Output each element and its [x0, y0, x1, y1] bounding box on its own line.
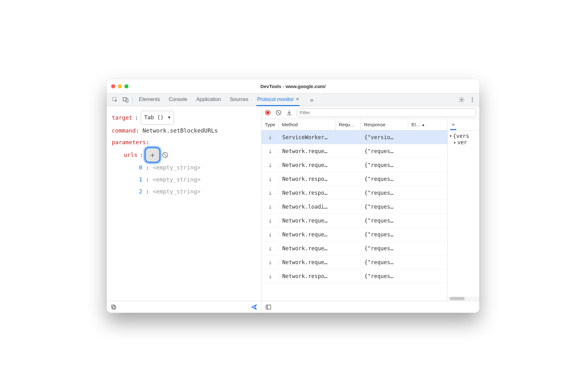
- add-url-button[interactable]: ＋: [146, 148, 159, 162]
- url-item: 2 : <empty_string>: [112, 186, 256, 198]
- tab-console[interactable]: Console: [168, 93, 188, 106]
- cell-response: {"reques…: [361, 190, 408, 196]
- tab-elements[interactable]: Elements: [138, 93, 161, 106]
- cell-method: Network.respo…: [279, 176, 336, 182]
- filter-input[interactable]: [297, 108, 476, 117]
- svg-rect-9: [267, 111, 269, 114]
- cell-method: Network.respo…: [279, 273, 336, 279]
- window-controls: [111, 84, 129, 88]
- cell-method: Network.reque…: [279, 245, 336, 252]
- messages-table: Type Method Requ… Response El…▲ ↓Service…: [261, 119, 448, 301]
- cell-method: Network.respo…: [279, 190, 336, 196]
- main-tabbar: Elements Console Application Sources Pro…: [107, 93, 479, 106]
- direction-icon: ↓: [261, 203, 279, 211]
- record-icon[interactable]: [265, 110, 271, 116]
- col-response[interactable]: Response: [361, 119, 408, 130]
- tab-application[interactable]: Application: [195, 93, 221, 106]
- table-row[interactable]: ↓Network.respo…{"reques…: [261, 186, 447, 200]
- direction-icon: ↓: [261, 175, 279, 183]
- table-row[interactable]: ↓Network.reque…{"reques…: [261, 228, 447, 241]
- table-row[interactable]: ↓Network.loadi…{"reques…: [261, 200, 447, 214]
- table-row[interactable]: ↓Network.reque…{"reques…: [261, 255, 447, 269]
- table-row[interactable]: ↓ServiceWorker…{"versio…: [261, 130, 447, 144]
- copy-icon[interactable]: [111, 304, 117, 310]
- direction-icon: ↓: [261, 189, 279, 197]
- cell-method: Network.reque…: [279, 162, 336, 168]
- protocol-messages-pane: Type Method Requ… Response El…▲ ↓Service…: [261, 106, 479, 301]
- col-request[interactable]: Requ…: [336, 119, 361, 130]
- direction-icon: ↓: [261, 161, 279, 169]
- table-row[interactable]: ↓Network.respo…{"reques…: [261, 172, 447, 186]
- download-icon[interactable]: [286, 110, 292, 116]
- scrollbar-thumb[interactable]: [450, 297, 465, 300]
- sort-asc-icon: ▲: [422, 123, 425, 127]
- svg-point-5: [472, 99, 473, 100]
- direction-icon: ↓: [261, 217, 279, 224]
- svg-point-3: [461, 99, 463, 101]
- horizontal-scrollbar[interactable]: [448, 296, 479, 301]
- detail-overflow-icon[interactable]: »: [450, 119, 456, 130]
- cell-response: {"reques…: [361, 259, 408, 265]
- cell-response: {"reques…: [361, 148, 408, 154]
- target-label: target: [112, 112, 132, 124]
- clear-log-icon[interactable]: [275, 110, 282, 116]
- cell-response: {"reques…: [361, 176, 408, 182]
- target-value: Tab (): [144, 112, 164, 123]
- table-row[interactable]: ↓Network.respo…{"reques…: [261, 269, 447, 283]
- devtools-window: DevTools - www.google.com/ Elements Cons…: [107, 79, 479, 313]
- triangle-down-icon: ▼: [450, 134, 452, 138]
- direction-icon: ↓: [261, 258, 279, 266]
- cell-response: {"reques…: [361, 273, 408, 279]
- target-select[interactable]: Tab () ▼: [141, 111, 174, 125]
- table-row[interactable]: ↓Network.reque…{"reques…: [261, 214, 447, 228]
- tab-sources[interactable]: Sources: [229, 93, 249, 106]
- footer: [107, 301, 479, 313]
- cell-method: Network.reque…: [279, 217, 336, 224]
- tree-row[interactable]: ▼ {vers: [450, 133, 477, 139]
- cell-response: {"reques…: [361, 204, 408, 210]
- cell-response: {"reques…: [361, 245, 408, 252]
- cell-method: ServiceWorker…: [279, 134, 336, 140]
- urls-label: urls: [124, 149, 137, 161]
- window-title: DevTools - www.google.com/: [107, 84, 479, 89]
- cell-response: {"reques…: [361, 162, 408, 168]
- svg-point-6: [472, 101, 473, 102]
- svg-rect-2: [126, 99, 128, 102]
- table-row[interactable]: ↓Network.reque…{"reques…: [261, 241, 447, 255]
- col-method[interactable]: Method: [279, 119, 336, 130]
- close-icon[interactable]: ×: [296, 96, 299, 103]
- cell-method: Network.reque…: [279, 231, 336, 238]
- col-elapsed[interactable]: El…▲: [408, 119, 447, 130]
- direction-icon: ↓: [261, 272, 279, 280]
- table-row[interactable]: ↓Network.reque…{"reques…: [261, 158, 447, 172]
- tab-protocol-monitor[interactable]: Protocol monitor ×: [256, 93, 300, 106]
- maximize-window-button[interactable]: [124, 84, 129, 88]
- url-item: 0 : <empty_string>: [112, 162, 256, 174]
- chevron-down-icon: ▼: [168, 114, 170, 122]
- close-window-button[interactable]: [111, 84, 115, 88]
- col-type[interactable]: Type: [261, 119, 279, 130]
- inspect-icon[interactable]: [112, 97, 118, 103]
- kebab-icon[interactable]: [469, 97, 475, 103]
- minimize-window-button[interactable]: [118, 84, 122, 88]
- tabs-overflow-icon[interactable]: »: [307, 96, 316, 104]
- table-row[interactable]: ↓Network.reque…{"reques…: [261, 144, 447, 158]
- cell-method: Network.reque…: [279, 148, 336, 154]
- svg-rect-11: [113, 306, 116, 309]
- panel-tabs: Elements Console Application Sources Pro…: [133, 93, 322, 106]
- tree-row[interactable]: ▶ ver: [450, 139, 477, 146]
- send-icon[interactable]: [251, 304, 257, 310]
- cell-method: Network.loadi…: [279, 204, 336, 210]
- command-editor-pane: target: Tab () ▼ command: Network.setBlo…: [107, 106, 261, 301]
- titlebar: DevTools - www.google.com/: [107, 79, 479, 93]
- direction-icon: ↓: [261, 244, 279, 252]
- cell-response: {"reques…: [361, 217, 408, 224]
- cell-method: Network.reque…: [279, 259, 336, 265]
- gear-icon[interactable]: [458, 97, 465, 103]
- cell-response: {"versio…: [361, 134, 408, 140]
- device-toggle-icon[interactable]: [123, 97, 129, 103]
- svg-rect-12: [111, 305, 115, 308]
- clear-icon[interactable]: [162, 151, 169, 158]
- toggle-sidebar-icon[interactable]: [265, 304, 272, 310]
- protocol-toolbar: [261, 106, 479, 119]
